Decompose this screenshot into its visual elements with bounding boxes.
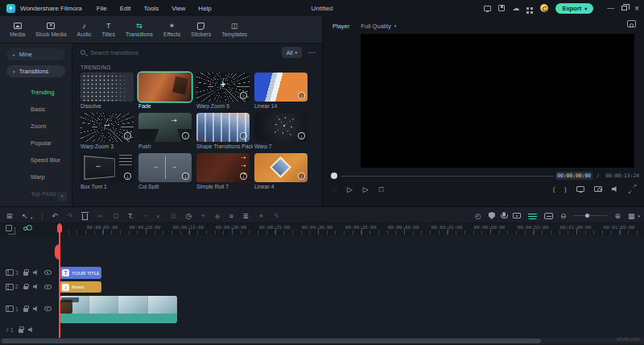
title-clip[interactable]: T YOUR TITLE H... [60,267,101,279]
download-icon[interactable] [240,132,247,139]
transition-item-warp-zoom-3[interactable]: Warp Zoom 3 [80,113,137,149]
previous-frame-button[interactable]: ◁ [331,185,336,193]
tab-templates[interactable]: ◫ Templates [221,22,247,37]
captions-icon[interactable] [544,213,553,219]
transition-item-shape-pack[interactable]: Shape Transitions Pack... [196,113,253,149]
keyframe-icon[interactable]: ◈ [214,212,220,220]
save-icon[interactable] [498,5,505,11]
tab-effects[interactable]: ✶ Effects [163,22,180,37]
export-button[interactable]: Export ▾ [555,3,593,14]
track-view-icon[interactable]: ▦ [628,212,635,220]
audio-mixer-icon[interactable]: ≣ [243,212,250,220]
transition-item-dissolve[interactable]: Dissolve [80,73,137,109]
speed-ramp-icon[interactable]: ◷ [185,212,192,220]
menu-view[interactable]: View [171,5,185,12]
close-button[interactable]: × [634,4,639,13]
mark-out-button[interactable]: } [564,185,567,193]
collapse-sidebar-button[interactable]: ‹ [57,192,67,202]
screen-record-icon[interactable] [513,213,521,218]
restore-button[interactable] [621,6,627,10]
sidebar-item-trending[interactable]: Trending [0,84,72,101]
lock-track-icon[interactable] [19,329,23,333]
download-icon[interactable] [182,172,189,180]
tab-stock-media[interactable]: Stock Media [35,22,67,37]
sidebar-item-basic[interactable]: Basic [0,101,72,118]
stop-button[interactable]: □ [379,185,383,193]
volume-icon[interactable] [612,186,619,193]
hide-track-icon[interactable] [44,285,52,289]
seek-handle[interactable] [331,172,337,179]
toolbox-icon[interactable]: ⊞ [6,212,13,220]
mark-in-button[interactable]: { [553,185,555,193]
lock-track-icon[interactable] [23,286,28,290]
motion-track-icon[interactable]: ⌖ [201,211,205,220]
mute-track-icon[interactable] [33,284,39,289]
transition-item-warp-zoom-6[interactable]: Warp Zoom 6 [196,73,253,109]
more-options-button[interactable]: ⋯ [307,48,317,56]
sidebar-item-zoom[interactable]: Zoom [0,118,72,135]
tab-titles[interactable]: T Titles [102,22,115,37]
marker-pen-icon[interactable]: ✎ [274,212,280,220]
menu-file[interactable]: File [97,5,107,12]
menu-edit[interactable]: Edit [120,5,131,12]
transition-item-box-turn-1[interactable]: Box Turn 1 [80,153,137,189]
split-icon[interactable]: ✂ [97,212,104,220]
download-icon[interactable] [298,172,305,180]
quality-dropdown[interactable]: Full Quality ▾ [361,23,396,30]
download-icon[interactable] [124,172,131,180]
download-icon[interactable] [124,132,131,139]
menu-tools[interactable]: Tools [143,5,159,12]
transition-item-linear-14[interactable]: Linear 14 [254,73,311,109]
playback-speed-icon[interactable]: ◴ [475,212,481,220]
adjust-icon[interactable]: ≡ [229,212,233,220]
color-correction-icon[interactable]: ◐ [157,212,161,220]
mask-icon[interactable]: ⊙ [170,212,176,220]
minimize-button[interactable]: — [607,4,614,12]
zoom-in-icon[interactable]: ⊕ [614,212,621,220]
fullscreen-icon[interactable] [629,185,636,193]
delete-icon[interactable] [82,214,88,220]
music-clip[interactable]: ♪ Music [60,281,101,293]
transition-item-fade[interactable]: Fade [138,73,195,109]
render-preview-icon[interactable] [528,213,537,219]
transition-item-simple-roll-7[interactable]: Simple Roll 7 [196,153,253,189]
scrollbar-thumb[interactable] [2,339,541,343]
lock-track-icon[interactable] [23,272,28,276]
menu-help[interactable]: Help [198,5,211,12]
tab-audio[interactable]: ♪ Audio [77,22,92,37]
next-frame-button[interactable]: ▷ [347,185,353,193]
auto-ripple-link-icon[interactable] [23,227,27,231]
tab-stickers[interactable]: Stickers [191,22,211,37]
undo-icon[interactable]: ↶ [52,212,58,220]
play-button[interactable]: ▷ [363,185,369,193]
paste-board-icon[interactable] [6,225,12,231]
hide-track-icon[interactable] [44,306,52,311]
sidebar-item-popular[interactable]: Popular [0,135,72,152]
transition-item-warp-7[interactable]: Warp 7 [254,113,311,149]
mute-track-icon[interactable] [28,327,35,333]
cloud-upload-icon[interactable]: ☁ [512,5,519,12]
sidebar-item-warp[interactable]: Warp [0,168,72,185]
tab-transitions[interactable]: ⇆ Transitions [126,22,153,37]
lock-track-icon[interactable] [23,308,28,312]
download-icon[interactable] [182,132,189,139]
sidebar-item-speed-blur[interactable]: Speed Blur [0,152,72,168]
horizontal-scrollbar[interactable] [0,338,644,343]
credits-coin-icon[interactable] [540,4,548,12]
tab-media[interactable]: Media [10,22,25,37]
seek-bar[interactable]: 00:00:00:00 / 00:00:13:24 [323,171,644,181]
second-screen-icon[interactable] [576,186,584,192]
video-clip[interactable] [60,296,177,323]
timeline-ruler[interactable]: 00:00:05:00 00:00:10:00 00:00:15:00 00:0… [0,223,644,235]
select-tool-icon[interactable]: ↖ [22,212,28,220]
text-tool-icon[interactable]: T. [128,212,134,220]
download-icon[interactable] [298,92,305,99]
seek-track[interactable] [341,176,554,177]
zoom-out-icon[interactable]: ⊖ [560,212,567,220]
mute-track-icon[interactable] [33,306,39,312]
plugin-icon[interactable]: ✦ [258,212,265,220]
track-view-caret-icon[interactable]: ▾ [638,214,640,218]
speed-icon[interactable]: ◔ [143,212,147,220]
snapshot-icon[interactable] [594,186,602,192]
hide-track-icon[interactable] [44,270,52,275]
